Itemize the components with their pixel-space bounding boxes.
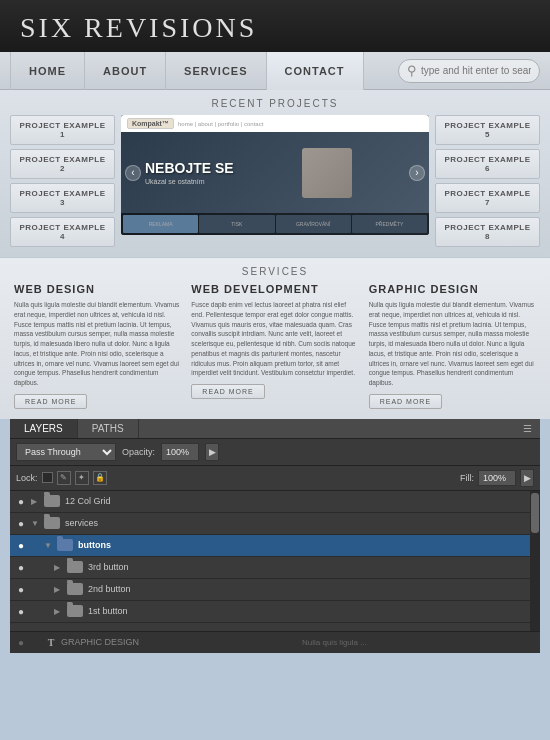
- carousel-prev-button[interactable]: ‹: [125, 165, 141, 181]
- layers-menu-icon[interactable]: ☰: [515, 419, 540, 438]
- web-design-read-more[interactable]: READ MORE: [14, 394, 87, 409]
- carousel-heading: NEBOJTE SE: [145, 160, 234, 176]
- tab-paths[interactable]: PATHS: [78, 419, 139, 438]
- service-graphic-design: GRAPHIC DESIGN Nulla quis ligula molesti…: [369, 283, 536, 409]
- nav-services[interactable]: SERVICES: [166, 52, 266, 90]
- lock-move-icon[interactable]: ✦: [75, 471, 89, 485]
- service-web-design-body: Nulla quis ligula molestie dui blandit e…: [14, 300, 181, 388]
- lock-label: Lock:: [16, 473, 38, 483]
- project-item-2[interactable]: PROJECT EXAMPLE 2: [10, 149, 115, 179]
- carousel-next-button[interactable]: ›: [409, 165, 425, 181]
- layer-row-services[interactable]: ● ▼ services: [10, 513, 540, 535]
- service-web-design-heading: WEB DESIGN: [14, 283, 181, 295]
- expand-icon-12-col-grid[interactable]: ▶: [31, 497, 41, 506]
- projects-layout: PROJECT EXAMPLE 1 PROJECT EXAMPLE 2 PROJ…: [10, 115, 540, 247]
- layer-name-2nd-button: 2nd button: [88, 584, 536, 594]
- layer-name-type: GRAPHIC DESIGN: [61, 637, 295, 647]
- opacity-arrow[interactable]: ▶: [205, 443, 219, 461]
- service-web-dev: WEB DEVELOPMENT Fusce dapib enim vel lec…: [191, 283, 358, 409]
- lock-transparency-checkbox[interactable]: [42, 472, 53, 483]
- projects-right-list: PROJECT EXAMPLE 5 PROJECT EXAMPLE 6 PROJ…: [435, 115, 540, 247]
- layer-row-3rd-button[interactable]: ● ▶ 3rd button: [10, 557, 540, 579]
- opacity-input[interactable]: [161, 443, 199, 461]
- search-input[interactable]: [421, 65, 531, 76]
- layers-panel: LAYERS PATHS ☰ Pass Through Opacity: ▶ L…: [10, 419, 540, 653]
- expand-icon-1st-button[interactable]: ▶: [54, 607, 64, 616]
- scrollbar-track: [530, 491, 540, 631]
- service-graphic-design-heading: GRAPHIC DESIGN: [369, 283, 536, 295]
- project-item-1[interactable]: PROJECT EXAMPLE 1: [10, 115, 115, 145]
- lock-all-icon[interactable]: 🔒: [93, 471, 107, 485]
- layer-name-services: services: [65, 518, 536, 528]
- project-item-6[interactable]: PROJECT EXAMPLE 6: [435, 149, 540, 179]
- project-item-3[interactable]: PROJECT EXAMPLE 3: [10, 183, 115, 213]
- layer-row-1st-button[interactable]: ● ▶ 1st button: [10, 601, 540, 623]
- scrollbar-thumb[interactable]: [531, 493, 539, 533]
- eye-icon-buttons[interactable]: ●: [14, 538, 28, 552]
- expand-icon-buttons[interactable]: ▼: [44, 541, 54, 550]
- project-item-5[interactable]: PROJECT EXAMPLE 5: [435, 115, 540, 145]
- layers-lock-row: Lock: ✎ ✦ 🔒 Fill: ▶: [10, 466, 540, 491]
- carousel-inner: Kompakt™ home | about | portfolio | cont…: [121, 115, 429, 235]
- layer-name-12-col-grid: 12 Col Grid: [65, 496, 536, 506]
- carousel-thumb-4[interactable]: PŘEDMĚTY: [352, 215, 427, 233]
- carousel-image-area: [234, 148, 421, 198]
- carousel-thumb-2[interactable]: TISK: [199, 215, 274, 233]
- layer-name-3rd-button: 3rd button: [88, 562, 536, 572]
- carousel-text: NEBOJTE SE Ukázal se ostatním: [145, 160, 234, 185]
- fill-input[interactable]: [478, 470, 516, 486]
- carousel-thumbs: REKLAMA TISK GRAVÍROVÁNÍ PŘEDMĚTY: [121, 213, 429, 235]
- folder-icon-3rd-button: [67, 561, 83, 573]
- fill-arrow[interactable]: ▶: [520, 469, 534, 487]
- layer-row-buttons[interactable]: ● ▼ buttons: [10, 535, 540, 557]
- expand-icon-3rd-button[interactable]: ▶: [54, 563, 64, 572]
- layer-name-1st-button: 1st button: [88, 606, 536, 616]
- nav-home[interactable]: HOME: [10, 52, 85, 90]
- layer-row-12-col-grid[interactable]: ● ▶ 12 Col Grid: [10, 491, 540, 513]
- services-section: SERVICES WEB DESIGN Nulla quis ligula mo…: [0, 257, 550, 419]
- projects-left-list: PROJECT EXAMPLE 1 PROJECT EXAMPLE 2 PROJ…: [10, 115, 115, 247]
- nav-about[interactable]: ABOUT: [85, 52, 166, 90]
- carousel-logo: Kompakt™: [127, 118, 174, 129]
- layer-type-preview: Nulla quis ligula ...: [302, 638, 536, 647]
- carousel-thumb-3[interactable]: GRAVÍROVÁNÍ: [276, 215, 351, 233]
- layers-list: ● ▶ 12 Col Grid ● ▼ services ● ▼ buttons…: [10, 491, 540, 631]
- service-web-dev-body: Fusce dapib enim vel lectus laoreet at p…: [191, 300, 358, 378]
- folder-icon-12-col-grid: [44, 495, 60, 507]
- project-item-8[interactable]: PROJECT EXAMPLE 8: [435, 217, 540, 247]
- eye-icon-3rd-button[interactable]: ●: [14, 560, 28, 574]
- carousel-image: [302, 148, 352, 198]
- layer-name-buttons: buttons: [78, 540, 536, 550]
- carousel-thumb-1[interactable]: REKLAMA: [123, 215, 198, 233]
- projects-carousel: Kompakt™ home | about | portfolio | cont…: [121, 115, 429, 235]
- nav-contact[interactable]: CONTACT: [267, 52, 364, 90]
- carousel-top-bar: Kompakt™ home | about | portfolio | cont…: [121, 115, 429, 132]
- graphic-design-read-more[interactable]: READ MORE: [369, 394, 442, 409]
- eye-icon-12-col-grid[interactable]: ●: [14, 494, 28, 508]
- nav-bar: HOME ABOUT SERVICES CONTACT ⚲: [0, 52, 550, 90]
- folder-icon-buttons: [57, 539, 73, 551]
- project-item-7[interactable]: PROJECT EXAMPLE 7: [435, 183, 540, 213]
- carousel-nav-links: home | about | portfolio | contact: [178, 121, 263, 127]
- eye-icon-1st-button[interactable]: ●: [14, 604, 28, 618]
- services-title: SERVICES: [14, 266, 536, 277]
- tab-layers[interactable]: LAYERS: [10, 419, 78, 438]
- folder-icon-2nd-button: [67, 583, 83, 595]
- layer-row-2nd-button[interactable]: ● ▶ 2nd button: [10, 579, 540, 601]
- layer-row-type-bottom[interactable]: ● T GRAPHIC DESIGN Nulla quis ligula ...: [10, 631, 540, 653]
- expand-icon-2nd-button[interactable]: ▶: [54, 585, 64, 594]
- project-item-4[interactable]: PROJECT EXAMPLE 4: [10, 217, 115, 247]
- eye-icon-type[interactable]: ●: [14, 635, 28, 649]
- web-dev-read-more[interactable]: READ MORE: [191, 384, 264, 399]
- carousel-content: ‹ NEBOJTE SE Ukázal se ostatním ›: [121, 132, 429, 213]
- header: SIX REVISIONS: [0, 0, 550, 52]
- eye-icon-services[interactable]: ●: [14, 516, 28, 530]
- service-web-dev-heading: WEB DEVELOPMENT: [191, 283, 358, 295]
- recent-projects-section: RECENT PROJECTS PROJECT EXAMPLE 1 PROJEC…: [0, 90, 550, 257]
- eye-icon-2nd-button[interactable]: ●: [14, 582, 28, 596]
- blending-mode-select[interactable]: Pass Through: [16, 443, 116, 461]
- services-grid: WEB DESIGN Nulla quis ligula molestie du…: [14, 283, 536, 409]
- lock-paint-icon[interactable]: ✎: [57, 471, 71, 485]
- expand-icon-services[interactable]: ▼: [31, 519, 41, 528]
- search-bar: ⚲: [398, 59, 540, 83]
